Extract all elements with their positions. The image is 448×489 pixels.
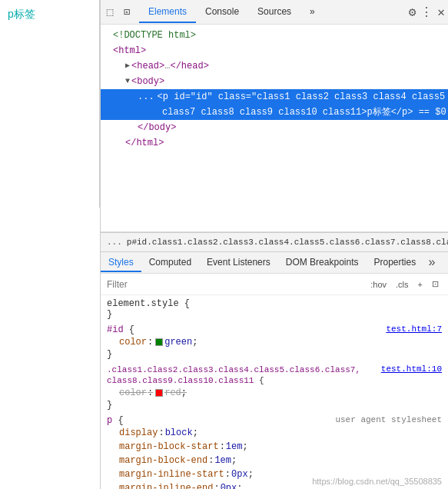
cls-button[interactable]: .cls (393, 278, 412, 291)
filter-bar: :hov .cls + ⊡ (101, 274, 448, 295)
class-css-rule: .class1.class2.class3.class4.class5.clas… (107, 364, 442, 411)
css-close-brace: } (107, 349, 442, 360)
prop-value: 1em (226, 440, 243, 454)
prop-name: color (119, 335, 147, 349)
selected-element-line2[interactable]: class7 class8 class9 class10 class11>p标签… (101, 105, 448, 120)
tab-sources[interactable]: Sources (248, 2, 300, 23)
devtools-panel: ⬚ ⊡ Elements Console Sources » ⚙ ⋮ ✕ <!D… (100, 0, 448, 489)
css-selector-line: #id { test.html:7 (107, 324, 442, 335)
prop-value: 1em (214, 454, 231, 467)
class-source-link[interactable]: test.html:10 (381, 364, 442, 374)
toolbar-right: ⚙ ⋮ ✕ (409, 5, 445, 20)
elements-panel: <!DOCTYPE html> <html> ▶ <head> … </head… (101, 25, 448, 232)
selected-element-line[interactable]: ... <p id="id" class="class1 class2 clas… (101, 89, 448, 105)
html-tag: <html> (113, 44, 146, 58)
css-selector-line: element.style { (107, 298, 442, 309)
selector-bar: ... p#id.class1.class2.class3.class4.cla… (101, 232, 448, 252)
tab-styles[interactable]: Styles (101, 254, 141, 272)
html-line[interactable]: ▼ <body> (101, 74, 448, 89)
css-property[interactable]: margin-block-start : 1em ; (107, 440, 442, 454)
settings-icon[interactable]: ⚙ (409, 5, 416, 20)
element-style-selector: element.style { (107, 298, 190, 309)
more-options-icon[interactable]: ⋮ (420, 5, 433, 20)
body-open-tag: <body> (131, 75, 164, 88)
p-source-label: user agent stylesheet (335, 415, 442, 424)
styles-tabs: Styles Computed Event Listeners DOM Brea… (101, 252, 448, 274)
styles-panel: Styles Computed Event Listeners DOM Brea… (101, 252, 448, 489)
body-expand-arrow[interactable]: ▼ (125, 75, 130, 88)
p-open-tag: < (158, 90, 163, 104)
devtools-tabs: Elements Console Sources » (139, 2, 406, 23)
prop-value: green (164, 335, 192, 349)
prop-name: margin-block-start (119, 440, 219, 454)
filter-input[interactable] (107, 279, 363, 290)
prop-value: 0px (221, 481, 237, 489)
id-selector[interactable]: #id (107, 324, 124, 335)
page-preview: p标签 (0, 0, 100, 208)
html-line[interactable]: </html> (101, 135, 448, 151)
class-selector-line2: class8.class9.class10.class11 { (107, 376, 264, 385)
css-close-brace: } (107, 309, 442, 320)
css-property-strikethrough[interactable]: color : red ; (107, 386, 442, 400)
layout-button[interactable]: ⊡ (429, 278, 442, 291)
close-icon[interactable]: ✕ (437, 5, 445, 20)
prop-value: block (165, 426, 193, 440)
element-style-rule: element.style { } (107, 298, 442, 320)
p-selector[interactable]: p (107, 415, 112, 426)
color-swatch-red (155, 389, 163, 397)
id-css-rule: #id { test.html:7 color : green ; } (107, 324, 442, 360)
css-property[interactable]: margin-block-end : 1em ; (107, 454, 442, 467)
selector-text: p#id.class1.class2.class3.class4.class5.… (127, 238, 448, 247)
device-icon[interactable]: ⊡ (121, 6, 133, 18)
devtools-toolbar: ⬚ ⊡ Elements Console Sources » ⚙ ⋮ ✕ (101, 0, 448, 25)
css-close-brace: } (107, 400, 442, 411)
hov-button[interactable]: :hov (367, 278, 390, 291)
tab-event-listeners[interactable]: Event Listeners (199, 254, 278, 272)
selector-dots: ... (107, 238, 122, 247)
tab-more[interactable]: » (300, 2, 324, 23)
html-line[interactable]: <html> (101, 43, 448, 58)
html-line[interactable]: </body> (101, 120, 448, 135)
watermark: https://blog.csdn.net/qq_35508835 (312, 477, 442, 486)
css-selector-line: .class1.class2.class3.class4.class5.clas… (107, 364, 442, 375)
prop-name: margin-inline-start (119, 467, 224, 481)
id-source-link[interactable]: test.html:7 (386, 324, 442, 334)
prop-name: margin-inline-end (119, 481, 213, 489)
tab-more-styles[interactable]: » (423, 256, 440, 270)
tab-console[interactable]: Console (196, 2, 248, 23)
page-preview-text: p标签 (8, 8, 35, 20)
html-close-tag: </html> (125, 136, 164, 150)
css-property[interactable]: color : green ; (107, 335, 442, 349)
filter-buttons: :hov .cls + ⊡ (367, 278, 442, 291)
body-close-tag: </body> (138, 121, 176, 135)
css-rules: element.style { } #id { test.html:7 colo… (101, 295, 448, 489)
color-swatch-green (155, 338, 163, 346)
html-line[interactable]: <!DOCTYPE html> (101, 28, 448, 43)
prop-value: red (164, 386, 181, 400)
head-tag: <head> (131, 59, 164, 73)
doctype-comment: <!DOCTYPE html> (113, 28, 196, 42)
plus-button[interactable]: + (415, 278, 426, 291)
inspect-icon[interactable]: ⬚ (104, 6, 116, 18)
css-selector-line: p { user agent stylesheet (107, 415, 442, 426)
line-ellipsis: ... (138, 90, 154, 104)
tab-dom-breakpoints[interactable]: DOM Breakpoints (278, 254, 367, 272)
css-selector-line2: class8.class9.class10.class11 { (107, 375, 442, 386)
prop-value: 0px (231, 467, 248, 481)
tab-properties[interactable]: Properties (366, 254, 423, 272)
head-ellipsis: … (164, 59, 170, 73)
prop-name: color (119, 386, 147, 400)
tab-computed[interactable]: Computed (141, 254, 199, 272)
tab-elements[interactable]: Elements (139, 2, 196, 23)
prop-name: display (119, 426, 158, 440)
expand-arrow[interactable]: ▶ (125, 59, 130, 73)
head-close-tag: </head> (170, 59, 208, 73)
html-line[interactable]: ▶ <head> … </head> (101, 58, 448, 74)
class-selector[interactable]: .class1.class2.class3.class4.class5.clas… (107, 365, 360, 374)
toolbar-icons: ⬚ ⊡ (104, 6, 133, 18)
css-property[interactable]: display : block ; (107, 426, 442, 440)
prop-name: margin-block-end (119, 454, 207, 467)
